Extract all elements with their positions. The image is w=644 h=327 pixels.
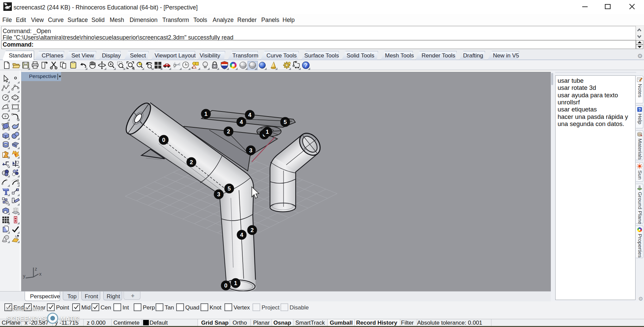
svg-text:Int: Int: [123, 304, 129, 311]
svg-text:Tan: Tan: [165, 304, 174, 311]
svg-text:Vertex: Vertex: [234, 304, 250, 311]
svg-text:Knot: Knot: [210, 304, 221, 311]
svg-text:Mid: Mid: [81, 304, 90, 311]
svg-text:Point: Point: [56, 304, 69, 311]
svg-text:Perp: Perp: [143, 304, 155, 311]
svg-text:?: ?: [638, 107, 641, 112]
svg-text:Project: Project: [262, 304, 279, 311]
svg-text:Disable: Disable: [290, 304, 309, 311]
svg-text:Cen: Cen: [101, 304, 111, 311]
svg-text:Quad: Quad: [185, 304, 199, 311]
